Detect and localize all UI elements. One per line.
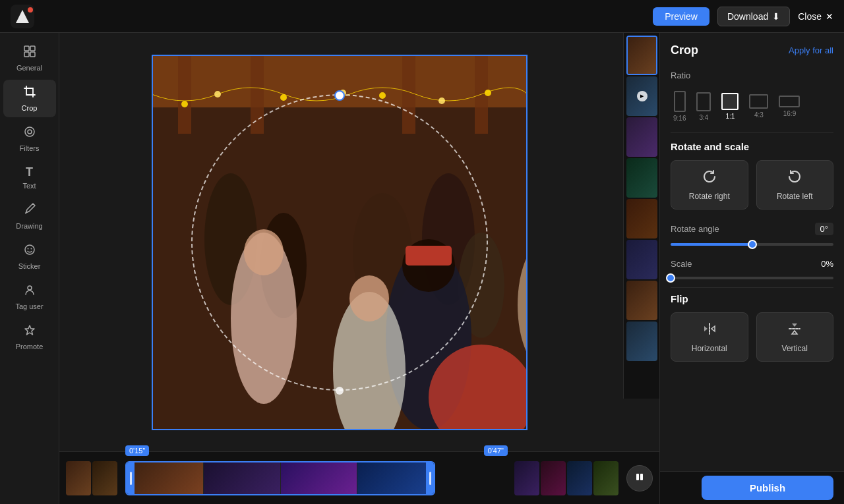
scale-slider-container [660,277,844,287]
ratio-16-9-shape [779,96,800,107]
sidebar-item-tag-user[interactable]: Tag user [3,278,56,316]
svg-rect-4 [30,46,35,51]
flip-horizontal-button[interactable]: Horizontal [671,312,748,362]
ratio-3-4-btn[interactable]: 3:4 [694,90,713,124]
ratio-1-1-btn[interactable]: 1:1 [719,90,741,123]
close-label: Close [798,11,822,22]
rotate-buttons: Rotate right Rotate left [671,160,833,210]
sidebar-item-sticker-label: Sticker [18,262,41,270]
svg-rect-36 [406,246,452,266]
sidebar-item-general[interactable]: General [3,40,56,77]
pause-icon [635,472,644,484]
thumbnail-7[interactable] [626,281,657,320]
text-icon: T [26,165,33,179]
angle-slider-container [660,243,844,254]
timeline-clip[interactable] [125,461,435,495]
rotate-left-button[interactable]: Rotate left [756,160,834,210]
preview-button[interactable]: Preview [653,7,709,26]
ratio-1-1-label: 1:1 [726,113,735,120]
download-button[interactable]: Download ⬇ [717,7,790,26]
angle-header: Rotate angle 0° [671,223,833,235]
rotate-left-label: Rotate left [777,192,813,201]
thumbnail-8[interactable] [626,322,657,361]
thumbnail-5[interactable] [626,199,657,238]
clip-handle-right[interactable] [426,462,434,494]
flip-vertical-button[interactable]: Vertical [756,312,834,362]
angle-label: Rotate angle [671,224,719,234]
scale-slider-track[interactable] [671,277,833,279]
scale-slider-thumb[interactable] [666,273,675,283]
ratio-4-3-btn[interactable]: 4:3 [746,92,771,121]
sidebar-item-text[interactable]: T Text [3,160,56,195]
clip-handle-left[interactable] [127,462,135,494]
timeline-start-label: 0'15" [125,445,149,456]
topbar: Preview Download ⬇ Close ✕ [0,0,844,33]
flip-vertical-label: Vertical [782,344,808,353]
thumbnail-6[interactable] [626,240,657,279]
rotate-right-label: Rotate right [689,192,730,201]
svg-rect-17 [251,55,264,134]
promote-icon [23,323,36,340]
timeline: 0'15" 0'47" [59,451,659,504]
thumbnail-4[interactable] [626,158,657,198]
angle-slider-track[interactable] [671,243,833,246]
ratio-9-16-label: 9:16 [673,115,686,122]
pause-button[interactable] [626,465,653,491]
close-icon: ✕ [826,11,833,22]
publish-bar: Publish [660,471,844,504]
ratio-9-16-btn[interactable]: 9:16 [671,88,688,125]
close-button[interactable]: Close ✕ [798,11,833,22]
main-content: General Crop Filters [0,33,844,504]
thumbnail-2[interactable]: ▶ [626,76,657,116]
filters-icon [23,125,36,142]
sidebar-item-sticker[interactable]: Sticker [3,238,56,275]
sidebar-item-filters[interactable]: Filters [3,120,56,157]
rotate-right-button[interactable]: Rotate right [671,160,748,210]
svg-point-2 [28,7,33,13]
ratio-label: Ratio [671,70,833,80]
canvas-area: ▶ [59,33,659,451]
right-panel: Crop Apply for all Ratio 9:16 3:4 [659,33,844,504]
flip-horizontal-label: Horizontal [692,344,727,353]
rotate-right-icon [702,169,717,188]
scale-value: 0% [821,259,833,269]
ratio-section: Ratio 9:16 3:4 1:1 [660,63,844,132]
play-icon: ▶ [637,91,648,101]
ratio-1-1-shape [721,93,738,110]
download-icon: ⬇ [772,11,780,22]
flip-title: Flip [671,293,833,304]
ratio-4-3-shape [749,94,768,109]
thumbnail-3[interactable] [626,117,657,157]
sticker-icon [23,243,36,260]
sidebar-item-crop-label: Crop [22,104,38,112]
canvas-image-inner [152,55,528,430]
sidebar-item-filters-label: Filters [20,144,40,152]
timeline-end-label: 0'47" [484,445,508,456]
ratio-3-4-label: 3:4 [700,114,709,121]
sidebar-item-drawing[interactable]: Drawing [3,198,56,235]
crop-icon [23,85,36,101]
angle-slider-fill [671,243,752,246]
ratio-options: 9:16 3:4 1:1 4:3 [671,88,833,125]
angle-slider-thumb[interactable] [748,240,757,249]
apply-all-button[interactable]: Apply for all [789,45,833,55]
left-sidebar: General Crop Filters [0,33,59,504]
topbar-right: Preview Download ⬇ Close ✕ [653,7,833,26]
rotate-scale-title: Rotate and scale [671,141,833,152]
svg-rect-42 [640,474,643,480]
publish-button[interactable]: Publish [702,476,833,500]
scale-section: Scale 0% [660,254,844,277]
ratio-16-9-label: 16:9 [783,110,796,117]
sidebar-item-crop[interactable]: Crop [3,80,56,117]
ratio-16-9-btn[interactable]: 16:9 [776,93,802,120]
svg-rect-18 [402,55,415,134]
clip-thumb-4 [357,462,434,494]
main-canvas [152,55,528,430]
svg-point-20 [181,101,188,107]
download-label: Download [727,11,768,22]
sidebar-item-promote[interactable]: Promote [3,318,56,356]
thumbnail-1[interactable] [626,36,657,75]
logo [11,5,34,28]
flip-buttons: Horizontal Vertical [671,312,833,362]
canvas-image [152,55,528,430]
